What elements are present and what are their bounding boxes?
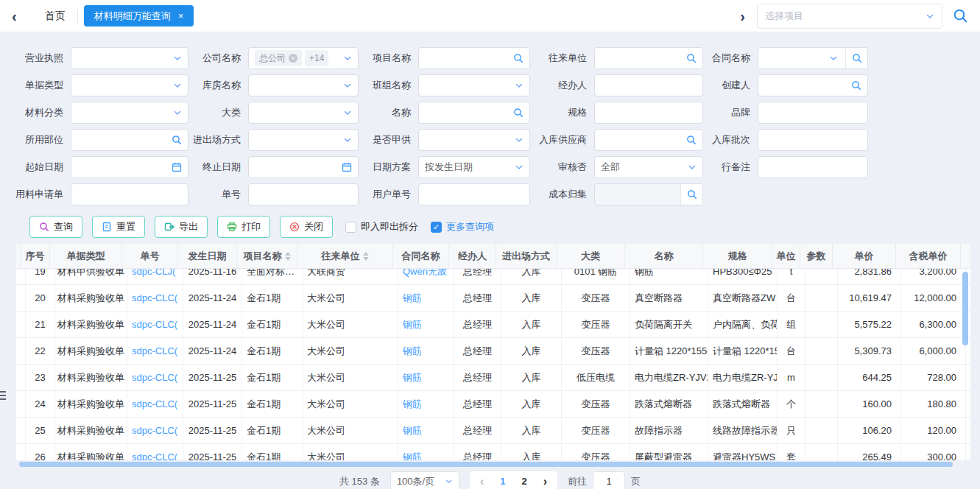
filter-input[interactable] (425, 108, 510, 119)
filter-input[interactable] (77, 189, 182, 200)
date-input[interactable] (255, 162, 339, 173)
table-row[interactable]: 26材料采购验收单sdpc-CLC(2025-11-25金石1期大米公司钢筋总经… (16, 444, 970, 460)
cell-link[interactable]: 钢筋 (398, 312, 454, 337)
filter-date-4-1[interactable] (248, 156, 359, 178)
filter-input-search-2-2[interactable] (418, 102, 530, 124)
filter-select-3-2[interactable] (418, 129, 530, 151)
cell-link[interactable]: 钢筋 (398, 285, 454, 311)
project-select[interactable]: 选择项目 (757, 4, 942, 29)
filter-input[interactable] (77, 135, 169, 146)
cell-link[interactable]: sdpc-CLC( (127, 391, 183, 417)
back-icon[interactable]: ‹ (12, 9, 17, 24)
filter-input-search-0-3[interactable] (594, 47, 703, 69)
filter-input[interactable] (601, 53, 683, 64)
left-drawer-handle-icon[interactable] (0, 384, 8, 407)
tab-close-icon[interactable]: × (178, 11, 184, 21)
filter-input-2-3[interactable] (594, 102, 703, 124)
cell-link[interactable]: sdpc-CLC( (127, 285, 183, 311)
table-row[interactable]: 22材料采购验收单sdpc-CLC(2025-11-24金石1期大米公司钢筋总经… (16, 338, 970, 365)
search-icon[interactable] (686, 135, 697, 145)
tag-close-icon[interactable]: × (289, 54, 297, 63)
filter-input[interactable] (255, 189, 352, 200)
cell-link[interactable]: 钢筋 (398, 444, 454, 460)
column-header-5[interactable]: 项目名称 (237, 244, 297, 268)
filter-select-1-2[interactable] (418, 74, 530, 96)
filter-select-3-1[interactable] (248, 129, 359, 151)
filter-date-4-0[interactable] (71, 156, 188, 178)
filter-select-2-0[interactable] (71, 102, 188, 124)
page-number-2[interactable]: 2 (521, 476, 526, 487)
sort-icon[interactable] (285, 252, 291, 261)
topbar-search-icon[interactable] (953, 8, 968, 24)
checkbox-checked-icon[interactable]: ✓ (431, 222, 442, 233)
filter-input[interactable] (764, 108, 861, 119)
print-button[interactable]: 打印 (217, 216, 270, 238)
reset-button[interactable]: 重置 (92, 216, 145, 238)
table-row[interactable]: 19材料甲供验收单sdpc-CLJ(2025-11-16全面对标…大联商贸Qwe… (16, 269, 970, 285)
filter-select-4-3[interactable]: 全部 (594, 156, 703, 178)
search-icon[interactable] (513, 53, 524, 63)
checkbox-more-query-items[interactable]: ✓更多查询项 (431, 220, 494, 233)
checkbox-unchecked-icon[interactable] (345, 222, 356, 233)
filter-input[interactable] (425, 53, 510, 64)
filter-input[interactable] (764, 135, 861, 146)
calendar-icon[interactable] (172, 162, 182, 172)
filter-select-1-0[interactable] (71, 74, 188, 96)
page-size-select[interactable]: 100条/页 (390, 471, 459, 489)
checkbox-split-inout[interactable]: 即入即出拆分 (345, 220, 418, 233)
horizontal-scrollbar[interactable] (19, 462, 958, 468)
filter-input[interactable] (601, 108, 697, 119)
table-row[interactable]: 23材料采购验收单sdpc-CLC(2025-11-25金石1期大米公司钢筋总经… (16, 365, 970, 391)
prev-page-icon[interactable]: ‹ (480, 476, 484, 488)
query-button[interactable]: 查询 (29, 216, 82, 238)
vertical-scrollbar[interactable] (962, 272, 968, 345)
date-input[interactable] (77, 162, 169, 173)
cell-link[interactable]: 钢筋 (398, 391, 454, 417)
cell-link[interactable]: sdpc-CLC( (127, 338, 183, 364)
cell-link[interactable]: Qwen无敌 (398, 269, 454, 284)
filter-select-search-0-4[interactable] (758, 47, 868, 69)
filter-input-search-3-3[interactable] (594, 129, 703, 151)
filter-input-search-1-4[interactable] (758, 74, 868, 96)
cell-link[interactable]: sdpc-CLC( (127, 444, 183, 460)
filter-input-4-4[interactable] (758, 156, 868, 178)
cell-link[interactable]: sdpc-CLC( (127, 418, 183, 443)
cell-link[interactable]: sdpc-CLC( (127, 312, 183, 337)
table-row[interactable]: 21材料采购验收单sdpc-CLC(2025-11-24金石1期大米公司钢筋总经… (16, 312, 970, 338)
filter-input-3-4[interactable] (758, 129, 868, 151)
filter-input-5-1[interactable] (248, 183, 359, 205)
cell-link[interactable]: 钢筋 (398, 338, 454, 364)
horizontal-scrollbar-thumb[interactable] (19, 462, 953, 467)
filter-multiselect-0-1[interactable]: 总公司×+14 (248, 47, 359, 69)
export-button[interactable]: 导出 (155, 216, 208, 238)
calendar-icon[interactable] (342, 162, 352, 172)
close-button[interactable]: 关闭 (280, 216, 333, 238)
filter-input-1-3[interactable] (594, 74, 703, 96)
filter-input-search-0-2[interactable] (418, 47, 530, 69)
search-icon[interactable] (172, 135, 182, 145)
tab-home[interactable]: 首页 (36, 10, 74, 23)
search-icon[interactable] (513, 108, 524, 118)
filter-input-disabled-search-5-3[interactable] (594, 183, 703, 205)
column-header-6[interactable]: 往来单位 (297, 244, 393, 268)
search-icon[interactable] (686, 53, 697, 63)
filter-select-1-1[interactable] (248, 74, 359, 96)
filter-select-2-1[interactable] (248, 102, 359, 124)
page-number-1[interactable]: 1 (500, 476, 505, 487)
filter-select-4-2[interactable]: 按发生日期 (418, 156, 530, 178)
tab-active-material-query[interactable]: 材料明细万能查询 × (84, 5, 194, 27)
filter-input[interactable] (764, 162, 861, 173)
search-icon[interactable] (851, 80, 861, 91)
filter-input[interactable] (601, 80, 697, 91)
sort-icon[interactable] (363, 252, 369, 261)
table-row[interactable]: 25材料采购验收单sdpc-CLC(2025-11-25金石1期大米公司钢筋总经… (16, 418, 970, 444)
cell-link[interactable]: 钢筋 (398, 418, 454, 443)
filter-input[interactable] (764, 80, 848, 91)
filter-input[interactable] (425, 189, 524, 200)
forward-icon[interactable]: › (740, 9, 745, 24)
cell-link[interactable]: sdpc-CLC( (127, 365, 183, 390)
filter-input[interactable] (601, 135, 683, 146)
search-icon[interactable] (845, 48, 867, 68)
table-row[interactable]: 24材料采购验收单sdpc-CLC(2025-11-25金石1期大米公司钢筋总经… (16, 391, 970, 418)
table-row[interactable]: 20材料采购验收单sdpc-CLC(2025-11-24金石1期大米公司钢筋总经… (16, 285, 970, 312)
